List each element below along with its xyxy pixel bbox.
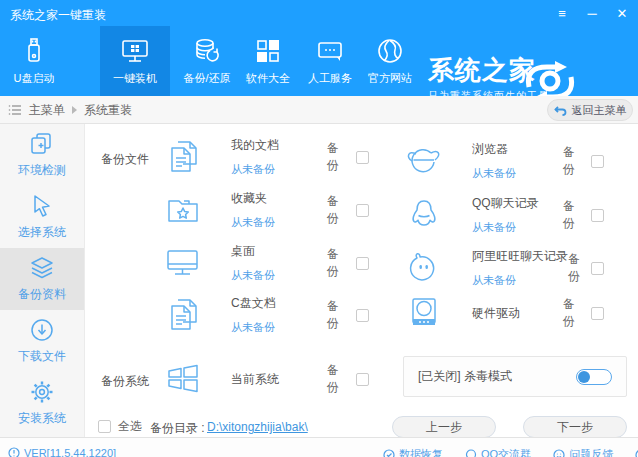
backup-dir-link[interactable]: D:\xitongzhijia\bak\	[207, 420, 308, 434]
backup-label: 备份	[568, 251, 583, 285]
item-status: 从未备份	[231, 268, 327, 283]
windows-copy-icon	[29, 131, 55, 157]
item-status: 从未备份	[231, 215, 327, 230]
backup-checkbox-qq-chat[interactable]	[591, 209, 604, 222]
select-all-label: 全选	[118, 418, 142, 435]
prev-step-button[interactable]: 上一步	[392, 416, 496, 438]
backup-checkbox-browser[interactable]	[591, 155, 604, 168]
backup-label: 备份	[327, 362, 348, 396]
status-link-data-recovery[interactable]: 数据恢复	[383, 447, 443, 457]
sidebar-item-label: 环境检测	[18, 162, 66, 179]
backup-item-qq-chat: QQ聊天记录从未备份 备份	[404, 194, 604, 236]
caret-icon	[72, 106, 77, 114]
backup-item-browser: 浏览器从未备份 备份	[404, 140, 604, 182]
sidebar-item-label: 备份资料	[18, 286, 66, 303]
antivirus-toggle[interactable]	[576, 369, 612, 385]
status-bar: VER[11.5.44.1220] 数据恢复 QQ交流群 问题反馈 教学视频	[0, 437, 638, 457]
breadcrumb-root[interactable]: 主菜单	[29, 102, 65, 119]
list-icon	[8, 104, 22, 116]
download-circle-icon	[29, 317, 55, 343]
documents-icon	[163, 137, 203, 177]
monitor-windows-icon	[120, 36, 150, 66]
backup-item-hardware-driver: 硬件驱动 备份	[404, 292, 604, 334]
tab-label: 软件大全	[246, 71, 290, 86]
item-title: 桌面	[231, 243, 327, 260]
backup-files-label: 备份文件	[101, 151, 149, 168]
backup-checkbox-hardware-driver[interactable]	[591, 307, 604, 320]
backup-label: 备份	[327, 193, 348, 227]
item-title: C盘文档	[231, 295, 327, 312]
backup-checkbox-current-system[interactable]	[356, 373, 369, 386]
item-title: 收藏夹	[231, 190, 327, 207]
backup-checkbox-c-drive-docs[interactable]	[356, 309, 369, 322]
main-content: 备份文件 备份系统 我的文档从未备份 备份 收藏夹从未备份 备份 桌面从未备份 …	[85, 124, 638, 437]
back-to-main-menu-button[interactable]: 返回主菜单	[547, 99, 633, 121]
minimize-icon[interactable]: ─	[584, 6, 600, 21]
tab-label: 人工服务	[308, 71, 352, 86]
breadcrumb: 主菜单 系统重装	[8, 96, 132, 124]
item-status: 从未备份	[231, 162, 327, 177]
tab-label: 官方网站	[368, 71, 412, 86]
backup-checkbox-favorites[interactable]	[356, 204, 369, 217]
tab-one-key-install[interactable]: 一键装机	[100, 26, 170, 96]
recovery-icon	[383, 449, 395, 457]
version-info: VER[11.5.44.1220]	[8, 447, 116, 457]
close-icon[interactable]: ✕	[614, 6, 630, 21]
status-link-qq-group[interactable]: QQ交流群	[465, 447, 531, 457]
tab-backup-restore[interactable]: 备份/还原	[175, 26, 239, 96]
sidebar-item-label: 下载文件	[18, 348, 66, 365]
item-title: 我的文档	[231, 137, 327, 154]
tab-label: 备份/还原	[183, 71, 230, 86]
desktop-monitor-icon	[163, 243, 203, 283]
sidebar-item-env-check[interactable]: 环境检测	[0, 124, 84, 186]
sidebar-item-backup-data[interactable]: 备份资料	[0, 248, 84, 310]
windows-logo-icon	[163, 359, 203, 399]
backup-item-my-documents: 我的文档从未备份 备份	[163, 136, 369, 178]
database-refresh-icon	[192, 36, 222, 66]
chat-bubble-icon	[315, 36, 345, 66]
sidebar-item-select-system[interactable]: 选择系统	[0, 186, 84, 248]
sidebar: 环境检测 选择系统 备份资料 下载文件 安装系统	[0, 124, 85, 437]
tab-software[interactable]: 软件大全	[236, 26, 300, 96]
sidebar-item-download[interactable]: 下载文件	[0, 310, 84, 372]
backup-checkbox-desktop[interactable]	[356, 257, 369, 270]
menu-icon[interactable]: ≡	[554, 6, 570, 21]
browser-icon	[404, 141, 444, 181]
tab-label: 一键装机	[113, 71, 157, 86]
backup-label: 备份	[563, 198, 583, 232]
antivirus-mode-label: [已关闭] 杀毒模式	[418, 368, 512, 385]
tab-usb-boot[interactable]: U盘启动	[2, 26, 66, 96]
item-title: 浏览器	[472, 141, 563, 158]
antivirus-mode-box: [已关闭] 杀毒模式	[403, 356, 627, 397]
sidebar-item-install-system[interactable]: 安装系统	[0, 372, 84, 434]
backup-item-c-drive-docs: C盘文档从未备份 备份	[163, 294, 369, 336]
qq-penguin-icon	[404, 195, 444, 235]
qq-group-icon	[465, 449, 477, 457]
layers-icon	[29, 255, 55, 281]
cursor-icon	[29, 193, 55, 219]
item-title: QQ聊天记录	[472, 195, 563, 212]
backup-system-label: 备份系统	[101, 373, 149, 390]
backup-checkbox-my-documents[interactable]	[356, 151, 369, 164]
item-title: 当前系统	[231, 371, 327, 388]
tab-website[interactable]: 官方网站	[358, 26, 422, 96]
backup-label: 备份	[563, 296, 583, 330]
backup-item-desktop: 桌面从未备份 备份	[163, 242, 369, 284]
select-all-checkbox[interactable]	[98, 420, 111, 433]
version-text: VER[11.5.44.1220]	[24, 447, 116, 457]
tab-service[interactable]: 人工服务	[298, 26, 362, 96]
backup-dir-label: 备份目录 :	[150, 420, 205, 437]
item-title: 阿里旺旺聊天记录	[472, 248, 568, 265]
app-window: 系统之家一键重装 ≡ ─ ✕ U盘启动 一键装机 备份/还原 软件大全 人工服务	[0, 0, 638, 457]
status-link-feedback[interactable]: 问题反馈	[553, 447, 613, 457]
next-step-button[interactable]: 下一步	[523, 416, 627, 438]
window-title: 系统之家一键重装	[10, 7, 106, 24]
item-status: 从未备份	[472, 220, 563, 235]
breadcrumb-bar: 主菜单 系统重装 返回主菜单	[0, 96, 638, 124]
item-status: 从未备份	[472, 273, 568, 288]
status-link-label: 数据恢复	[399, 447, 443, 457]
backup-item-wangwang-chat: 阿里旺旺聊天记录从未备份 备份	[404, 247, 604, 289]
item-status: 从未备份	[231, 320, 327, 335]
backup-checkbox-wangwang-chat[interactable]	[591, 262, 604, 275]
globe-icon	[375, 36, 405, 66]
